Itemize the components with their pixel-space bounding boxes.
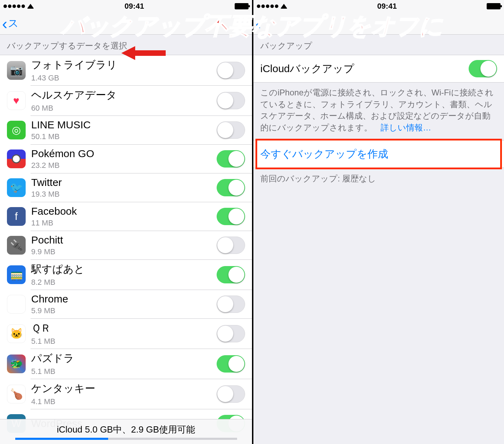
app-name: フォトライブラリ [31, 58, 217, 72]
app-icon: ◎ [7, 121, 26, 139]
storage-footer: iCloud 5.0 GB中、2.9 GB使用可能 [0, 419, 252, 444]
section-header-backup: バックアップ [253, 35, 504, 55]
last-backup-label: 前回のバックアップ: 履歴なし [253, 168, 504, 191]
backup-now-button[interactable]: 今すぐバックアップを作成 [253, 140, 504, 168]
nav-bar: ‹ [253, 12, 504, 35]
app-name: 駅すぱあと [31, 262, 217, 276]
app-backup-switch[interactable] [217, 325, 245, 342]
back-button[interactable]: ‹ [255, 16, 261, 32]
app-icon: f [7, 207, 26, 226]
back-button[interactable]: ‹ ス [2, 16, 19, 32]
app-size: 5.9 MB [31, 306, 217, 315]
app-backup-switch[interactable] [217, 121, 245, 139]
app-icon: 🐦 [7, 178, 26, 197]
app-backup-switch[interactable] [217, 150, 245, 168]
app-size: 23.2 MB [31, 161, 217, 170]
app-backup-switch[interactable] [217, 62, 245, 79]
app-name: Facebook [31, 205, 217, 217]
app-size: 8.2 MB [31, 278, 217, 287]
wifi-icon [280, 4, 287, 9]
backup-description: このiPhoneが電源に接続され、ロックされ、Wi-Fiに接続されているときに、… [253, 83, 504, 140]
app-size: 4.1 MB [31, 397, 217, 406]
app-icon: ◉ [7, 295, 26, 314]
app-row[interactable]: 🚃駅すぱあと8.2 MB [0, 259, 252, 290]
status-bar: 09:41 [253, 0, 504, 12]
app-name: ヘルスケアデータ [31, 88, 217, 102]
nav-bar: ‹ ス [0, 12, 252, 35]
storage-meter [15, 438, 237, 440]
clock: 09:41 [377, 2, 397, 11]
app-name: Pokémon GO [31, 148, 217, 160]
app-row[interactable]: 🐲パズドラ5.1 MB [0, 349, 252, 379]
app-size: 11 MB [31, 219, 217, 228]
app-name: Chrome [31, 293, 217, 305]
more-info-link[interactable]: 詳しい情報… [381, 123, 431, 132]
app-backup-switch[interactable] [217, 208, 245, 225]
battery-icon [487, 3, 501, 9]
app-icon: 🐲 [7, 355, 26, 373]
app-backup-switch[interactable] [217, 385, 245, 403]
wifi-icon [27, 4, 34, 9]
back-label: ス [8, 16, 19, 31]
app-icon: 🚃 [7, 265, 26, 284]
storage-text: iCloud 5.0 GB中、2.9 GB使用可能 [57, 424, 195, 436]
app-name: パズドラ [31, 351, 217, 366]
app-row[interactable]: 🐱ＱＲ5.1 MB [0, 318, 252, 349]
app-backup-switch[interactable] [217, 179, 245, 196]
app-icon: 📷 [7, 61, 26, 80]
app-row[interactable]: ◉Chrome5.9 MB [0, 290, 252, 318]
app-size: 9.9 MB [31, 247, 217, 256]
signal-dots-icon [257, 5, 278, 8]
screen-left: 09:41 ‹ ス バックアップするデータを選択 📷フォトライブラリ1.43 G… [0, 0, 252, 444]
app-icon [7, 150, 26, 168]
app-name: ＱＲ [31, 321, 217, 335]
app-size: 5.1 MB [31, 367, 217, 376]
app-name: Pochitt [31, 234, 217, 246]
screen-right: 09:41 ‹ バックアップ iCloudバックアップ このiPhoneが電源に… [252, 0, 504, 444]
app-icon: ♥ [7, 91, 26, 110]
app-row[interactable]: 🐦Twitter19.3 MB [0, 173, 252, 202]
icloud-backup-label: iCloudバックアップ [260, 62, 354, 76]
status-bar: 09:41 [0, 0, 252, 12]
app-size: 60 MB [31, 104, 217, 113]
app-row[interactable]: 📷フォトライブラリ1.43 GB [0, 55, 252, 85]
icloud-backup-row[interactable]: iCloudバックアップ [253, 55, 504, 83]
app-size: 19.3 MB [31, 190, 217, 199]
clock: 09:41 [124, 2, 144, 11]
chevron-left-icon: ‹ [255, 16, 261, 32]
app-backup-switch[interactable] [217, 355, 245, 373]
app-size: 50.1 MB [31, 132, 217, 141]
app-icon: 🍗 [7, 385, 26, 403]
app-row[interactable]: 🔌Pochitt9.9 MB [0, 231, 252, 259]
app-icon: 🐱 [7, 324, 26, 343]
app-row[interactable]: ◎LINE MUSIC50.1 MB [0, 116, 252, 144]
app-backup-switch[interactable] [217, 296, 245, 313]
app-row[interactable]: 🍗ケンタッキー4.1 MB [0, 379, 252, 409]
chevron-left-icon: ‹ [2, 16, 7, 32]
app-backup-switch[interactable] [217, 92, 245, 109]
battery-icon [235, 3, 249, 9]
app-size: 1.43 GB [31, 74, 217, 83]
app-name: LINE MUSIC [31, 119, 217, 131]
app-size: 5.1 MB [31, 337, 217, 346]
app-name: ケンタッキー [31, 382, 217, 396]
app-list[interactable]: バックアップするデータを選択 📷フォトライブラリ1.43 GB♥ヘルスケアデータ… [0, 35, 252, 444]
section-header: バックアップするデータを選択 [0, 35, 252, 55]
app-name: Twitter [31, 177, 217, 188]
app-row[interactable]: Pokémon GO23.2 MB [0, 144, 252, 173]
app-backup-switch[interactable] [217, 266, 245, 283]
app-row[interactable]: ♥ヘルスケアデータ60 MB [0, 85, 252, 116]
app-icon: 🔌 [7, 236, 26, 255]
signal-dots-icon [3, 5, 25, 8]
app-row[interactable]: fFacebook11 MB [0, 202, 252, 231]
app-backup-switch[interactable] [217, 237, 245, 254]
icloud-backup-switch[interactable] [469, 60, 497, 77]
